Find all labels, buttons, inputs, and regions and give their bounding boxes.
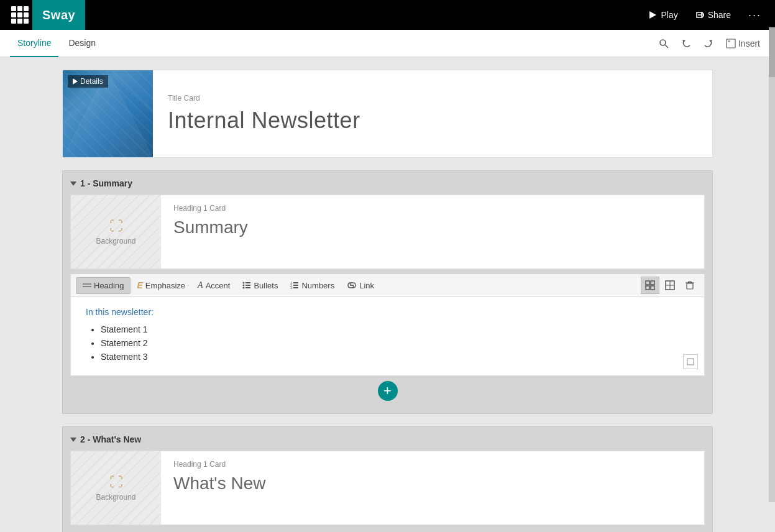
- nav-actions: Insert: [654, 34, 765, 53]
- title-card-type-label: Title Card: [168, 94, 360, 103]
- emphasize-button[interactable]: E Emphasize: [131, 277, 191, 293]
- svg-point-8: [243, 282, 245, 284]
- section-2-heading-content: Heading 1 Card What's New: [161, 451, 704, 525]
- insert-icon: [726, 39, 736, 48]
- numbers-label: Numbers: [301, 281, 334, 290]
- heading-label: Heading: [94, 281, 124, 290]
- details-badge[interactable]: Details: [68, 75, 108, 88]
- delete-content-button[interactable]: [681, 277, 699, 294]
- search-button[interactable]: [654, 34, 674, 53]
- section-2-heading-card: ⛶ Background Heading 1 Card What's New: [70, 451, 705, 525]
- grid-icon: [11, 6, 29, 24]
- section-2-bg-area[interactable]: ⛶ Background: [71, 451, 161, 525]
- navbar: Storyline Design: [0, 30, 775, 57]
- bullets-button[interactable]: Bullets: [236, 278, 284, 293]
- link-icon: [347, 282, 357, 289]
- app-brand: Sway: [32, 0, 85, 30]
- svg-rect-23: [646, 286, 649, 290]
- svg-rect-4: [728, 40, 730, 42]
- svg-rect-11: [245, 285, 250, 286]
- undo-button[interactable]: [676, 34, 696, 53]
- section-1-collapse-icon: [70, 181, 76, 186]
- background-icon: ⛶: [109, 218, 123, 234]
- compact-view-button[interactable]: [641, 277, 659, 294]
- play-label: Play: [661, 10, 677, 20]
- compact-icon: [645, 280, 655, 290]
- svg-text:3.: 3.: [290, 286, 293, 290]
- svg-rect-22: [651, 281, 654, 285]
- svg-point-1: [660, 40, 666, 45]
- title-card-image: Details: [63, 70, 153, 157]
- search-icon: [659, 39, 669, 48]
- scrollbar-track: [769, 27, 775, 502]
- section-1-header[interactable]: 1 - Summary: [70, 178, 705, 188]
- background-label: Background: [96, 237, 135, 245]
- bullets-label: Bullets: [254, 281, 278, 290]
- section-1-heading-card: ⛶ Background Heading 1 Card Summary: [70, 195, 705, 269]
- topbar-actions: Play Share ···: [642, 5, 768, 25]
- undo-icon: [681, 39, 691, 48]
- list-item: Statement 1: [101, 324, 689, 334]
- expand-icon: [665, 280, 675, 290]
- add-content-row: +: [70, 376, 705, 406]
- share-button[interactable]: Share: [689, 6, 737, 24]
- link-button[interactable]: Link: [341, 278, 380, 293]
- section-2-header[interactable]: 2 - What's New: [70, 434, 705, 444]
- toolbar-right-actions: [641, 277, 699, 294]
- accent-button[interactable]: A Accent: [191, 277, 236, 293]
- background-label-2: Background: [96, 493, 135, 502]
- section-2-title: 2 - What's New: [80, 434, 141, 444]
- svg-rect-21: [646, 281, 649, 285]
- emphasize-icon: E: [137, 280, 142, 290]
- play-button[interactable]: Play: [642, 6, 684, 24]
- svg-line-2: [665, 45, 668, 48]
- play-icon: [648, 11, 657, 19]
- svg-rect-24: [651, 286, 654, 290]
- numbers-icon: 1. 2. 3.: [290, 281, 299, 290]
- numbers-button[interactable]: 1. 2. 3. Numbers: [284, 278, 341, 293]
- grid-menu-button[interactable]: [7, 2, 32, 27]
- svg-rect-33: [687, 359, 694, 365]
- add-content-button[interactable]: +: [378, 381, 398, 401]
- background-icon-2: ⛶: [109, 474, 123, 490]
- tab-storyline[interactable]: Storyline: [10, 30, 58, 57]
- section-1-bg-area[interactable]: ⛶ Background: [71, 195, 161, 268]
- expand-content-button[interactable]: [683, 354, 698, 369]
- svg-rect-13: [245, 287, 250, 288]
- details-label: Details: [80, 77, 103, 86]
- more-options-button[interactable]: ···: [742, 5, 768, 25]
- redo-icon: [704, 39, 713, 48]
- emphasize-label: Emphasize: [145, 281, 185, 290]
- list-item: Statement 2: [101, 338, 689, 348]
- title-card-content: Title Card Internal Newsletter: [153, 70, 375, 157]
- topbar: Sway Play Share ···: [0, 0, 775, 30]
- heading-button[interactable]: Heading: [76, 277, 131, 294]
- svg-rect-17: [293, 285, 298, 286]
- scrollbar-thumb[interactable]: [769, 27, 775, 77]
- redo-button[interactable]: [699, 34, 718, 53]
- tab-design[interactable]: Design: [61, 30, 103, 57]
- title-card-title[interactable]: Internal Newsletter: [168, 108, 360, 134]
- main-content: Details Title Card Internal Newsletter 1…: [0, 57, 775, 532]
- svg-rect-19: [293, 287, 298, 288]
- expand-view-button[interactable]: [661, 277, 679, 294]
- intro-text: In this newsletter:: [86, 307, 154, 317]
- delete-icon: [685, 280, 695, 290]
- svg-point-10: [243, 285, 245, 287]
- section-1: 1 - Summary ⛶ Background Heading 1 Card …: [62, 170, 713, 414]
- bullets-icon: [242, 281, 251, 290]
- section-2: 2 - What's New ⛶ Background Heading 1 Ca…: [62, 426, 713, 532]
- section-1-heading-title[interactable]: Summary: [173, 218, 692, 237]
- section-2-heading-title[interactable]: What's New: [173, 474, 692, 493]
- share-icon: [695, 11, 704, 19]
- section-2-card-type: Heading 1 Card: [173, 460, 692, 469]
- svg-marker-0: [649, 11, 656, 19]
- svg-rect-9: [245, 282, 250, 283]
- title-card: Details Title Card Internal Newsletter: [62, 70, 713, 158]
- section-2-collapse-icon: [70, 438, 76, 442]
- section-1-heading-content: Heading 1 Card Summary: [161, 195, 704, 268]
- section-1-text-content[interactable]: In this newsletter: Statement 1 Statemen…: [70, 297, 705, 376]
- insert-button[interactable]: Insert: [721, 36, 765, 51]
- expand-content-icon: [687, 358, 694, 365]
- link-label: Link: [359, 281, 374, 290]
